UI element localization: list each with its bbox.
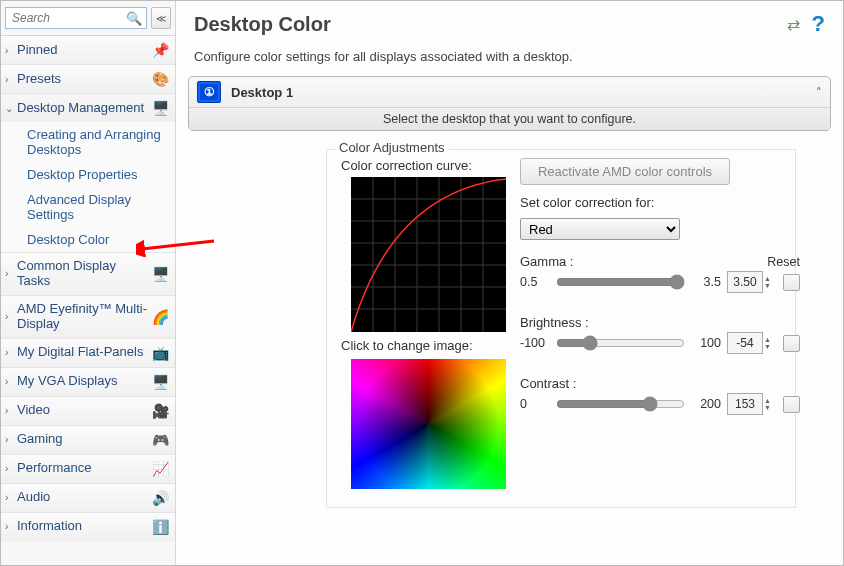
gamma-min: 0.5 (520, 275, 548, 289)
chevron-right-icon: › (5, 376, 15, 387)
brightness-reset[interactable] (783, 335, 800, 352)
main-content: Desktop Color ⇄ ? Configure color settin… (176, 1, 843, 565)
nav-pinned[interactable]: › Pinned 📌 (1, 35, 175, 64)
nav-video[interactable]: › Video 🎥 (1, 396, 175, 425)
gamepad-icon: 🎮 (151, 432, 169, 448)
nav-desktop-management[interactable]: ⌄ Desktop Management 🖥️ (1, 93, 175, 122)
nav-eyefinity[interactable]: › AMD Eyefinity™ Multi-Display 🌈 (1, 295, 175, 338)
monitor-icon: 🖥️ (151, 100, 169, 116)
nav-flat-panels[interactable]: › My Digital Flat-Panels 📺 (1, 338, 175, 367)
chevron-right-icon: › (5, 405, 15, 416)
chevron-right-icon: › (5, 311, 15, 322)
sub-desktop-color[interactable]: Desktop Color (1, 227, 175, 252)
vga-icon: 🖥️ (151, 374, 169, 390)
flatpanel-icon: 📺 (151, 345, 169, 361)
collapse-sidebar-button[interactable]: ≪ (151, 7, 171, 29)
panel-title: Color Adjustments (335, 140, 449, 155)
nav-tree: › Pinned 📌 › Presets 🎨 ⌄ Desktop Managem… (1, 35, 175, 565)
nav-gaming[interactable]: › Gaming 🎮 (1, 425, 175, 454)
sub-creating-arranging[interactable]: Creating and Arranging Desktops (1, 122, 175, 162)
page-subtitle: Configure color settings for all display… (176, 43, 843, 76)
eyefinity-icon: 🌈 (151, 309, 169, 325)
nav-information[interactable]: › Information ℹ️ (1, 512, 175, 541)
gamma-max: 3.5 (693, 275, 721, 289)
search-input[interactable] (10, 10, 126, 26)
contrast-value[interactable]: 153 (727, 393, 763, 415)
gamma-stepper[interactable]: ▲▼ (764, 275, 771, 289)
display-selector[interactable]: ① Desktop 1 ˄ Select the desktop that yo… (188, 76, 831, 131)
brightness-max: 100 (693, 336, 721, 350)
info-icon: ℹ️ (151, 519, 169, 535)
brightness-slider[interactable] (556, 334, 685, 352)
brightness-value[interactable]: -54 (727, 332, 763, 354)
reset-header: Reset (767, 255, 800, 269)
chevron-right-icon: › (5, 434, 15, 445)
gamma-row: Gamma : Reset 0.5 3.5 3.50 ▲▼ (520, 254, 800, 293)
chevron-up-icon[interactable]: ˄ (816, 86, 822, 99)
gamma-value[interactable]: 3.50 (727, 271, 763, 293)
color-adjustments-panel: Color Adjustments Color correction curve… (326, 149, 796, 508)
brightness-stepper[interactable]: ▲▼ (764, 336, 771, 350)
curve-label: Color correction curve: (341, 158, 506, 173)
click-to-change-label: Click to change image: (341, 338, 506, 353)
contrast-min: 0 (520, 397, 548, 411)
nav-vga-displays[interactable]: › My VGA Displays 🖥️ (1, 367, 175, 396)
gamma-reset[interactable] (783, 274, 800, 291)
speaker-icon: 🔊 (151, 490, 169, 506)
contrast-label: Contrast : (520, 376, 576, 391)
search-field-wrap[interactable]: 🔍 (5, 7, 147, 29)
contrast-row: Contrast : 0 200 153 ▲▼ (520, 376, 800, 415)
display-badge-icon: ① (197, 81, 221, 103)
nav-desktop-management-sub: Creating and Arranging Desktops Desktop … (1, 122, 175, 252)
chevron-right-icon: › (5, 521, 15, 532)
chevron-right-icon: › (5, 45, 15, 56)
nav-presets[interactable]: › Presets 🎨 (1, 64, 175, 93)
gauge-icon: 📈 (151, 461, 169, 477)
image-preview[interactable] (351, 359, 506, 489)
update-icon[interactable]: ⇄ (787, 15, 800, 34)
display-hint: Select the desktop that you want to conf… (189, 107, 830, 130)
chevron-right-icon: › (5, 268, 15, 279)
set-correction-label: Set color correction for: (520, 195, 800, 210)
color-curve-preview[interactable] (351, 177, 506, 332)
contrast-reset[interactable] (783, 396, 800, 413)
contrast-stepper[interactable]: ▲▼ (764, 397, 771, 411)
nav-common-display[interactable]: › Common Display Tasks 🖥️ (1, 252, 175, 295)
pin-icon: 📌 (151, 42, 169, 58)
reactivate-button[interactable]: Reactivate AMD color controls (520, 158, 730, 185)
sub-desktop-properties[interactable]: Desktop Properties (1, 162, 175, 187)
gamma-label: Gamma : (520, 254, 573, 269)
nav-audio[interactable]: › Audio 🔊 (1, 483, 175, 512)
chevron-right-icon: › (5, 463, 15, 474)
camcorder-icon: 🎥 (151, 403, 169, 419)
display-name: Desktop 1 (231, 85, 293, 100)
gamma-slider[interactable] (556, 273, 685, 291)
chevron-down-icon: ⌄ (5, 103, 15, 114)
brightness-row: Brightness : -100 100 -54 ▲▼ (520, 315, 800, 354)
nav-performance[interactable]: › Performance 📈 (1, 454, 175, 483)
monitor-icon: 🖥️ (151, 266, 169, 282)
sidebar: 🔍 ≪ › Pinned 📌 › Presets 🎨 ⌄ Desktop Man… (1, 1, 176, 565)
contrast-slider[interactable] (556, 395, 685, 413)
page-title: Desktop Color (194, 13, 331, 36)
contrast-max: 200 (693, 397, 721, 411)
chevron-right-icon: › (5, 347, 15, 358)
brightness-min: -100 (520, 336, 548, 350)
brightness-label: Brightness : (520, 315, 589, 330)
color-channel-select[interactable]: Red (520, 218, 680, 240)
palette-icon: 🎨 (151, 71, 169, 87)
chevron-right-icon: › (5, 74, 15, 85)
help-icon[interactable]: ? (812, 11, 825, 37)
sub-advanced-display[interactable]: Advanced Display Settings (1, 187, 175, 227)
search-icon[interactable]: 🔍 (126, 11, 142, 26)
chevron-right-icon: › (5, 492, 15, 503)
